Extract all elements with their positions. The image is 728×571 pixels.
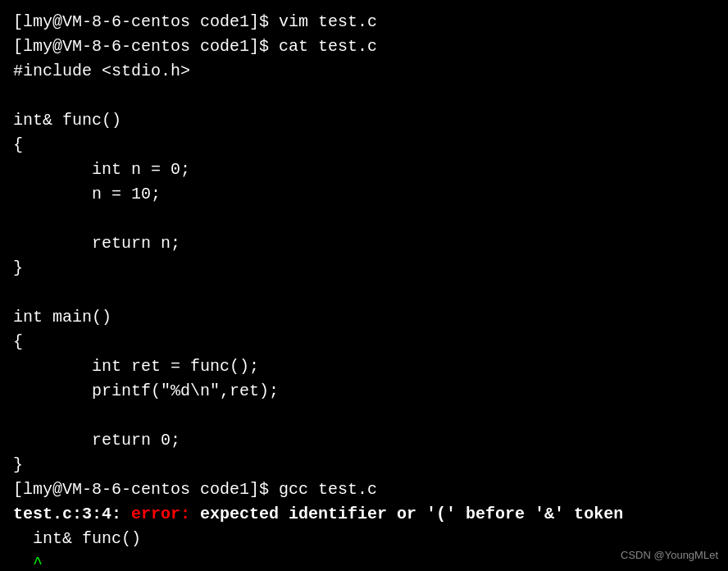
error-keyword: error: [131,505,190,523]
return-n-line: return n; [13,231,715,256]
blank-line-2 [13,207,715,231]
open-brace2-line: { [13,330,715,354]
blank-line-1 [13,84,715,108]
int-n-line: int n = 0; [13,158,715,182]
int-ret-line: int ret = func(); [13,354,715,379]
n-assign-line: n = 10; [13,182,715,207]
cmd-cat-line: [lmy@VM-8-6-centos code1]$ cat test.c [13,34,715,59]
return-0-line: return 0; [13,428,715,453]
error-prefix: test.c:3:4: [13,505,131,523]
close-brace2-line: } [13,453,715,477]
error-suffix: expected identifier or '(' before '&' to… [190,505,623,523]
terminal: [lmy@VM-8-6-centos code1]$ vim test.c [l… [0,0,728,571]
printf-line: printf("%d\n",ret); [13,379,715,404]
close-brace1-line: } [13,256,715,281]
open-brace1-line: { [13,133,715,158]
cmd-gcc-line: [lmy@VM-8-6-centos code1]$ gcc test.c [13,477,715,502]
watermark: CSDN @YoungMLet [621,547,718,564]
error-context-line: int& func() [13,527,715,551]
caret-line: ^ [13,551,715,571]
main-decl-line: int main() [13,305,715,330]
include-line: #include <stdio.h> [13,59,715,84]
cmd-vim-line: [lmy@VM-8-6-centos code1]$ vim test.c [13,10,715,34]
func-decl-line: int& func() [13,108,715,133]
blank-line-4 [13,404,715,428]
error-msg-line: test.c:3:4: error: expected identifier o… [13,502,715,527]
blank-line-3 [13,281,715,305]
